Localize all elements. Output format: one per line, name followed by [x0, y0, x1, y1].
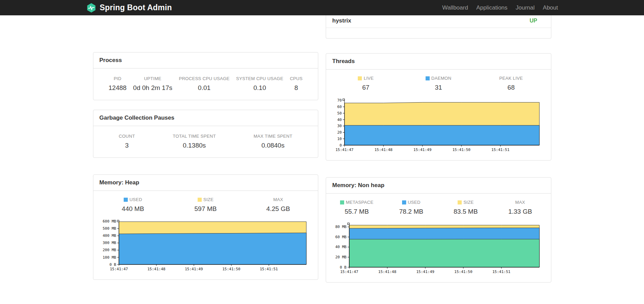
svg-text:600 MB: 600 MB [103, 219, 117, 224]
legend-peak-live: PEAK LIVE 68 [475, 76, 547, 91]
stat-pid: PID 12488 [109, 76, 127, 92]
process-panel: Process PID 12488 UPTIME 0d 0h 2m 17s PR… [93, 52, 319, 100]
nav-item-applications[interactable]: Applications [476, 4, 508, 11]
health-service-name: hystrix [332, 17, 351, 24]
svg-text:60 MB: 60 MB [335, 235, 347, 239]
legend-size: SIZE 597 MB [169, 197, 242, 213]
svg-text:20: 20 [337, 130, 342, 135]
legend-live: LIVE 67 [329, 76, 402, 91]
svg-text:15:41:50: 15:41:50 [454, 270, 472, 274]
legend-used: USED 78.2 MB [384, 200, 439, 215]
metaspace-swatch-icon [340, 200, 344, 204]
svg-text:15:41:47: 15:41:47 [335, 148, 353, 152]
main-content: Process PID 12488 UPTIME 0d 0h 2m 17s PR… [93, 15, 551, 283]
svg-text:10: 10 [337, 137, 342, 141]
memory-nonheap-panel-header: Memory: Non heap [326, 178, 551, 194]
health-row-hystrix: hystrix UP [326, 15, 551, 28]
memory-nonheap-chart: 0 B20 MB40 MB60 MB80 MB15:41:4715:41:481… [333, 220, 544, 276]
daemon-swatch-icon [426, 76, 430, 80]
nav-item-about[interactable]: About [543, 4, 558, 11]
gc-pauses-panel: Garbage Collection Pauses COUNT 3 TOTAL … [93, 110, 319, 158]
svg-text:15:41:49: 15:41:49 [185, 267, 203, 271]
threads-legend: LIVE 67 DAEMON 31 PEAK [329, 76, 548, 91]
svg-text:15:41:51: 15:41:51 [491, 148, 509, 152]
svg-text:15:41:49: 15:41:49 [416, 270, 434, 274]
stat-cpus: CPUS 8 [290, 76, 303, 92]
legend-daemon: DAEMON 31 [402, 76, 475, 91]
memory-heap-chart: 0 B100 MB200 MB300 MB400 MB500 MB600 MB1… [100, 217, 311, 273]
live-swatch-icon [358, 76, 362, 80]
svg-text:30: 30 [337, 124, 342, 128]
svg-text:0 B: 0 B [109, 262, 116, 267]
svg-text:0: 0 [339, 143, 342, 148]
gc-panel-title: Garbage Collection Pauses [99, 115, 312, 121]
svg-text:60: 60 [337, 105, 342, 109]
process-stats: PID 12488 UPTIME 0d 0h 2m 17s PROCESS CP… [93, 69, 318, 100]
legend-metaspace: METASPACE 55.7 MB [329, 200, 384, 215]
svg-text:200 MB: 200 MB [103, 248, 117, 252]
legend-used: USED 440 MB [97, 197, 169, 213]
svg-text:15:41:51: 15:41:51 [260, 267, 278, 271]
svg-text:15:41:48: 15:41:48 [378, 270, 396, 274]
memory-heap-panel-title: Memory: Heap [99, 179, 312, 186]
health-status-panel: hystrix UP [326, 15, 551, 39]
status-badge: UP [530, 18, 537, 24]
size-swatch-icon [198, 198, 202, 202]
svg-text:15:41:47: 15:41:47 [110, 267, 128, 271]
size-swatch-icon [458, 200, 462, 204]
svg-text:15:41:50: 15:41:50 [223, 267, 241, 271]
threads-panel: Threads LIVE 67 DAEMON [326, 53, 551, 161]
used-swatch-icon [402, 200, 406, 204]
svg-text:70: 70 [337, 98, 342, 103]
svg-text:0 B: 0 B [340, 265, 347, 270]
spring-boot-admin-logo-icon [86, 3, 96, 13]
svg-text:300 MB: 300 MB [103, 241, 117, 245]
threads-panel-title: Threads [332, 58, 545, 65]
svg-text:15:41:51: 15:41:51 [492, 270, 510, 274]
memory-heap-panel-header: Memory: Heap [93, 175, 318, 191]
stat-process-cpu-usage: PROCESS CPU USAGE 0.01 [179, 76, 230, 92]
memory-heap-legend: USED 440 MB SIZE 597 MB [97, 197, 315, 213]
svg-text:20 MB: 20 MB [335, 255, 347, 259]
stat-gc-total-time: TOTAL TIME SPENT 0.1380s [173, 134, 216, 149]
legend-size: SIZE 83.5 MB [439, 200, 493, 215]
svg-text:50: 50 [337, 111, 342, 116]
brand-title: Spring Boot Admin [100, 3, 172, 12]
nav-links: Wallboard Applications Journal About [442, 4, 558, 11]
brand-link[interactable]: Spring Boot Admin [86, 3, 172, 13]
used-swatch-icon [124, 198, 128, 202]
memory-nonheap-legend: METASPACE 55.7 MB USED 78.2 MB [329, 200, 548, 215]
gc-stats: COUNT 3 TOTAL TIME SPENT 0.1380s MAX TIM… [93, 126, 318, 157]
nav-item-journal[interactable]: Journal [516, 4, 535, 11]
svg-text:40: 40 [337, 118, 342, 122]
memory-heap-panel: Memory: Heap USED 440 MB SIZE [93, 174, 319, 280]
memory-nonheap-panel: Memory: Non heap METASPACE 55.7 MB [326, 177, 551, 283]
threads-chart: 01020304050607015:41:4715:41:4815:41:491… [333, 96, 544, 154]
svg-text:15:41:50: 15:41:50 [452, 148, 470, 152]
svg-text:15:41:47: 15:41:47 [340, 270, 358, 274]
process-panel-header: Process [93, 52, 318, 69]
svg-text:100 MB: 100 MB [103, 255, 117, 260]
svg-text:40 MB: 40 MB [335, 245, 347, 249]
process-panel-title: Process [99, 57, 312, 64]
svg-text:15:41:48: 15:41:48 [374, 148, 393, 152]
legend-max: MAX 4.25 GB [242, 197, 315, 213]
svg-text:500 MB: 500 MB [103, 226, 117, 231]
left-column: Process PID 12488 UPTIME 0d 0h 2m 17s PR… [93, 15, 319, 280]
svg-text:15:41:49: 15:41:49 [413, 148, 431, 152]
nav-item-wallboard[interactable]: Wallboard [442, 4, 468, 11]
stat-gc-count: COUNT 3 [119, 134, 135, 149]
gc-panel-header: Garbage Collection Pauses [93, 110, 318, 126]
svg-text:15:41:48: 15:41:48 [148, 267, 166, 271]
stat-uptime: UPTIME 0d 0h 2m 17s [133, 76, 172, 92]
legend-max: MAX 1.33 GB [493, 200, 548, 215]
navbar: Spring Boot Admin Wallboard Applications… [0, 0, 644, 15]
svg-text:80 MB: 80 MB [335, 225, 347, 229]
stat-gc-max-time: MAX TIME SPENT 0.0840s [254, 134, 292, 149]
svg-text:400 MB: 400 MB [103, 233, 117, 238]
right-column: hystrix UP Threads LIVE 67 [326, 15, 551, 283]
threads-panel-header: Threads [326, 54, 551, 70]
stat-system-cpu-usage: SYSTEM CPU USAGE 0.10 [236, 76, 283, 92]
memory-nonheap-panel-title: Memory: Non heap [332, 182, 545, 189]
